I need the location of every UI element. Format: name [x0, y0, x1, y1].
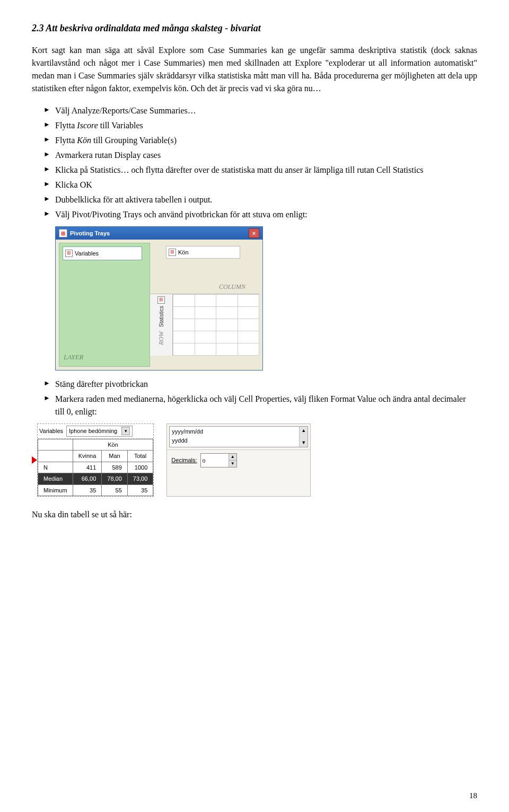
format-option[interactable]: yyddd [172, 436, 305, 445]
section-heading: 2.3 Att beskriva ordinaldata med många s… [32, 21, 477, 36]
summary-table-figure: Variables Iphone bedömning ▾ Kön Kvinna … [37, 423, 154, 497]
step-8: Välj Pivot/Pivoting Trays och använd piv… [43, 208, 477, 221]
decimals-spinner[interactable]: ▲ ▼ [200, 453, 237, 467]
step-2-pre: Flytta [55, 121, 77, 130]
table-row: N 411 589 1000 [38, 462, 153, 473]
step-2: Flytta Iscore till Variables [43, 119, 477, 132]
token-icon: ⊞ [169, 249, 176, 256]
step-2-post: till Variables [98, 121, 143, 130]
layer-drop-zone[interactable]: ⊞ Variables LAYER [59, 243, 150, 367]
cell: 35 [127, 484, 153, 496]
cell: 411 [73, 462, 102, 473]
col-man: Man [102, 451, 128, 462]
pivot-window: ⊞ Pivoting Trays × ⊞ Variables LAYER ⊞ K… [55, 226, 263, 370]
kon-label: Kön [178, 248, 189, 257]
layer-label: LAYER [64, 352, 84, 363]
decimals-label: Decimals: [171, 456, 197, 465]
table-row-selected[interactable]: Median 66,00 78,00 73,00 [38, 473, 153, 485]
format-option[interactable]: yyyy/mm/dd [172, 427, 305, 436]
spin-down-icon[interactable]: ▼ [229, 461, 236, 467]
table-row: Minimum 35 55 35 [38, 484, 153, 496]
row-label: ROW [156, 329, 166, 347]
step-cell-props: Markera raden med medianerna, högerklick… [43, 393, 477, 418]
token-icon: ⊞ [65, 250, 73, 257]
variables-caption: Variables [39, 427, 63, 436]
cell: 78,00 [102, 473, 128, 485]
step-3-pre: Flytta [55, 136, 77, 145]
cell: 1000 [127, 462, 153, 473]
cell: 35 [73, 484, 102, 496]
token-icon: ⊞ [157, 296, 165, 304]
col-total: Total [127, 451, 153, 462]
action-list: Välj Analyze/Reports/Case Summaries… Fly… [32, 104, 477, 221]
step-close-pivot: Stäng därefter pivotbrickan [43, 378, 477, 391]
pivot-grid [173, 294, 259, 356]
col-kvinna: Kvinna [73, 451, 102, 462]
scrollbar[interactable]: ▲▼ [299, 427, 308, 447]
pivot-titlebar: ⊞ Pivoting Trays × [56, 227, 262, 240]
step-2-var: Iscore [77, 121, 98, 130]
footer-text: Nu ska din tabell se ut så här: [32, 508, 477, 521]
kon-header: Kön [73, 439, 153, 451]
dropdown-value: Iphone bedömning [69, 427, 117, 436]
row-label-min: Minimum [38, 484, 73, 496]
step-3-post: till Grouping Variable(s) [91, 136, 177, 145]
pivoting-trays-figure: ⊞ Pivoting Trays × ⊞ Variables LAYER ⊞ K… [55, 226, 477, 370]
intro-paragraph: Kort sagt kan man säga att såväl Explore… [32, 44, 477, 95]
step-4: Avmarkera rutan Display cases [43, 149, 477, 162]
summary-table: Kön Kvinna Man Total N 411 589 1000 Medi… [38, 439, 153, 497]
red-arrow-icon [32, 456, 37, 464]
column-label: COLUMN [150, 282, 259, 292]
variables-label: Variables [75, 249, 99, 258]
cell: 66,00 [73, 473, 102, 485]
row-label-median: Median [38, 473, 73, 485]
cell-properties-figure: yyyy/mm/dd yyddd ▲▼ Decimals: ▲ ▼ [166, 423, 311, 497]
step-6: Klicka OK [43, 179, 477, 191]
bottom-figures: Variables Iphone bedömning ▾ Kön Kvinna … [32, 423, 477, 497]
step-3: Flytta Kön till Grouping Variable(s) [43, 134, 477, 147]
close-icon[interactable]: × [249, 228, 259, 238]
variable-dropdown[interactable]: Iphone bedömning ▾ [66, 426, 133, 437]
variables-token[interactable]: ⊞ Variables [63, 246, 142, 260]
statistics-label: Statistics [157, 304, 165, 329]
step-5: Klicka på Statistics… och flytta därefte… [43, 164, 477, 176]
chevron-down-icon: ▾ [121, 427, 130, 435]
decimals-input[interactable] [201, 454, 229, 467]
pivot-app-icon: ⊞ [59, 229, 67, 237]
spin-up-icon[interactable]: ▲ [229, 454, 236, 461]
step-1: Välj Analyze/Reports/Case Summaries… [43, 104, 477, 117]
kon-token[interactable]: ⊞ Kön [166, 246, 240, 259]
cell: 589 [102, 462, 128, 473]
step-7: Dubbelklicka för att aktivera tabellen i… [43, 193, 477, 206]
step-3-var: Kön [77, 136, 91, 145]
cell: 73,00 [127, 473, 153, 485]
format-list[interactable]: yyyy/mm/dd yyddd ▲▼ [169, 426, 308, 447]
pivot-title-text: Pivoting Trays [70, 229, 110, 238]
cell: 55 [102, 484, 128, 496]
row-label-n: N [38, 462, 73, 473]
action-list-2: Stäng därefter pivotbrickan Markera rade… [32, 378, 477, 418]
